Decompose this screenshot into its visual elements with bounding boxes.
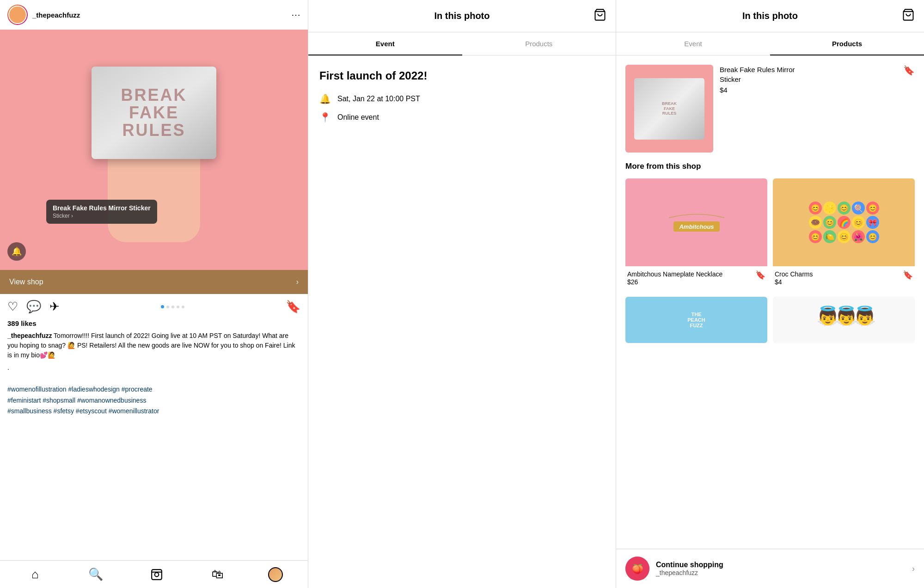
post-actions: ♡ 💬 ✈ 🔖 bbox=[0, 294, 308, 319]
panel2-title: In this photo bbox=[330, 11, 594, 21]
tab-products-panel3[interactable]: Products bbox=[770, 32, 924, 55]
bottom-nav: ⌂ 🔍 🛍 bbox=[0, 560, 308, 588]
event-location-detail: 📍 Online event bbox=[319, 112, 605, 123]
bell-icon: 🔔 bbox=[319, 93, 331, 104]
shop-grid: Ambitchous Ambitchous Nameplate Necklace… bbox=[625, 178, 915, 289]
caption-username[interactable]: _thepeachfuzz bbox=[7, 332, 52, 339]
products-scroll[interactable]: BREAKFAKERULES Break Fake Rules Mirror S… bbox=[616, 55, 924, 549]
more-icon[interactable]: ⋯ bbox=[291, 9, 300, 20]
actions-left: ♡ 💬 ✈ bbox=[7, 300, 60, 314]
product-tag-link[interactable]: Sticker › bbox=[53, 213, 151, 219]
shop-item-ambitchous[interactable]: Ambitchous Ambitchous Nameplate Necklace… bbox=[625, 178, 767, 289]
share-icon[interactable]: ✈ bbox=[49, 300, 60, 314]
dot-1 bbox=[166, 306, 169, 308]
avatar-inner bbox=[8, 6, 27, 24]
event-location-text: Online event bbox=[337, 113, 379, 122]
shop-handle: _thepeachfuzz bbox=[656, 569, 723, 576]
croc-charms-name: Croc Charms bbox=[775, 270, 813, 278]
event-content: First launch of 2022! 🔔 Sat, Jan 22 at 1… bbox=[308, 55, 616, 144]
featured-product-bookmark[interactable]: 🔖 bbox=[903, 65, 915, 76]
panel2-tabs: Event Products bbox=[308, 32, 616, 55]
post-header: _thepeachfuzz ⋯ bbox=[0, 0, 308, 30]
view-shop-label: View shop bbox=[9, 278, 43, 286]
continue-shopping-label: Continue shopping bbox=[656, 561, 723, 569]
continue-chevron-icon: › bbox=[912, 564, 915, 574]
view-shop-bar[interactable]: View shop › bbox=[0, 270, 308, 294]
croc-charms-bookmark[interactable]: 🔖 bbox=[903, 270, 913, 280]
product-tag[interactable]: Break Fake Rules Mirror Sticker Sticker … bbox=[46, 200, 157, 224]
home-nav-icon[interactable]: ⌂ bbox=[25, 564, 45, 585]
search-nav-icon[interactable]: 🔍 bbox=[86, 564, 106, 585]
cart-icon-panel2[interactable] bbox=[594, 8, 606, 24]
continue-shopping-bar[interactable]: 🍑 Continue shopping _thepeachfuzz › bbox=[616, 549, 924, 588]
shop-item-croc-charms[interactable]: 😊 🌟 😊 🍭 😊 🍩 😊 🌈 😊 🎀 😊 🍋 😊 🌺 bbox=[773, 178, 915, 289]
in-this-photo-products-panel: In this photo Event Products BREAKFAKERU… bbox=[616, 0, 924, 588]
post-caption: _thepeachfuzz Tomorrow!!!! First launch … bbox=[0, 331, 308, 364]
panel2-header: In this photo bbox=[308, 0, 616, 32]
dot-2 bbox=[171, 306, 174, 308]
panel3-title: In this photo bbox=[638, 11, 902, 21]
croc-charms-price: $4 bbox=[775, 278, 813, 286]
dots-indicator bbox=[161, 305, 184, 308]
product-tag-name: Break Fake Rules Mirror Sticker bbox=[53, 204, 151, 212]
notification-bell[interactable]: 🔔 bbox=[7, 242, 26, 261]
croc-charms-image: 😊 🌟 😊 🍭 😊 🍩 😊 🌈 😊 🎀 😊 🍋 😊 🌺 bbox=[773, 178, 915, 266]
ambitchous-image: Ambitchous bbox=[625, 178, 767, 266]
caption-period: . bbox=[0, 364, 308, 373]
svg-text:🍑: 🍑 bbox=[632, 564, 643, 575]
featured-product-price: $4 bbox=[720, 86, 915, 94]
location-icon: 📍 bbox=[319, 112, 331, 123]
dot-3 bbox=[177, 306, 179, 308]
save-icon[interactable]: 🔖 bbox=[286, 300, 300, 314]
featured-product-name: Break Fake Rules Mirror Sticker bbox=[720, 65, 812, 84]
shop-nav-icon[interactable]: 🛍 bbox=[208, 564, 228, 585]
shop-grid-bottom: THEPEACHFUZZ 👼 👼 👼 bbox=[625, 297, 915, 343]
comment-icon[interactable]: 💬 bbox=[26, 300, 41, 314]
in-this-photo-event-panel: In this photo Event Products First launc… bbox=[308, 0, 616, 588]
svg-point-1 bbox=[155, 572, 159, 576]
sticker-image: BREAK FAKE RULES bbox=[92, 67, 216, 159]
post-likes: 389 likes bbox=[0, 319, 308, 331]
nameplate-svg: Ambitchous bbox=[664, 208, 729, 236]
featured-product-thumb: BREAKFAKERULES bbox=[625, 65, 713, 153]
instagram-post-panel: _thepeachfuzz ⋯ BREAK FAKE RULES Break F… bbox=[0, 0, 308, 588]
ambitchous-bookmark[interactable]: 🔖 bbox=[755, 270, 765, 280]
post-hashtags: #womenofillustration #ladieswhodesign #p… bbox=[0, 373, 308, 421]
tab-products-panel2[interactable]: Products bbox=[462, 32, 616, 55]
svg-rect-0 bbox=[152, 570, 162, 580]
panel3-tabs: Event Products bbox=[616, 32, 924, 55]
like-icon[interactable]: ♡ bbox=[7, 300, 18, 314]
event-date-detail: 🔔 Sat, Jan 22 at 10:00 PST bbox=[319, 93, 605, 104]
panel3-header: In this photo bbox=[616, 0, 924, 32]
reels-nav-icon[interactable] bbox=[147, 564, 167, 585]
bottom-item-1[interactable]: THEPEACHFUZZ bbox=[625, 297, 767, 343]
post-username[interactable]: _thepeachfuzz bbox=[32, 11, 80, 19]
chevron-right-icon: › bbox=[296, 278, 299, 286]
post-image-bg: BREAK FAKE RULES Break Fake Rules Mirror… bbox=[0, 30, 308, 270]
post-header-left: _thepeachfuzz bbox=[7, 5, 80, 25]
tab-event-panel3[interactable]: Event bbox=[616, 32, 770, 55]
svg-text:Ambitchous: Ambitchous bbox=[679, 223, 714, 230]
event-title: First launch of 2022! bbox=[319, 69, 605, 82]
bottom-item-2[interactable]: 👼 👼 👼 bbox=[773, 297, 915, 343]
dot-active bbox=[161, 305, 164, 308]
ambitchous-name: Ambitchous Nameplate Necklace bbox=[627, 270, 722, 278]
profile-nav-icon[interactable] bbox=[268, 567, 283, 582]
post-image: BREAK FAKE RULES Break Fake Rules Mirror… bbox=[0, 30, 308, 270]
featured-product-card[interactable]: BREAKFAKERULES Break Fake Rules Mirror S… bbox=[625, 65, 915, 153]
shop-avatar: 🍑 bbox=[625, 557, 649, 581]
tab-event-panel2[interactable]: Event bbox=[308, 32, 462, 55]
dot-4 bbox=[182, 306, 184, 308]
event-date-text: Sat, Jan 22 at 10:00 PST bbox=[337, 95, 420, 103]
svg-text:👼: 👼 bbox=[853, 305, 876, 327]
avatar[interactable] bbox=[7, 5, 28, 25]
ambitchous-price: $26 bbox=[627, 278, 722, 286]
more-from-shop-title: More from this shop bbox=[625, 162, 915, 171]
cart-icon-panel3[interactable] bbox=[902, 8, 915, 24]
